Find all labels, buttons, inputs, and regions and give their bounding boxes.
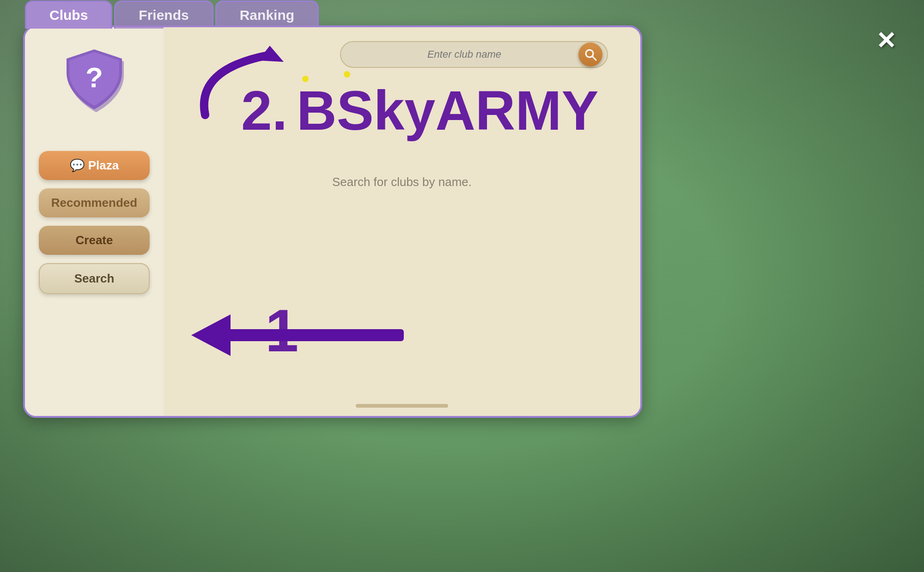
search-submit-button[interactable] bbox=[578, 42, 602, 66]
yellow-dot-2 bbox=[344, 71, 350, 78]
plaza-label: Plaza bbox=[88, 158, 119, 173]
step-number-2: 2. bbox=[241, 83, 287, 138]
avatar-shield: ? bbox=[57, 41, 131, 115]
create-button[interactable]: Create bbox=[39, 226, 150, 255]
search-button[interactable]: Search bbox=[39, 263, 150, 294]
search-label: Search bbox=[74, 271, 115, 286]
svg-text:?: ? bbox=[85, 61, 103, 93]
create-label: Create bbox=[76, 233, 113, 247]
plaza-button[interactable]: 💬 Plaza bbox=[39, 151, 150, 180]
svg-marker-5 bbox=[191, 314, 231, 356]
tab-ranking[interactable]: Ranking bbox=[215, 0, 319, 29]
dialog-inner: ? 💬 Plaza Recommended Create Search bbox=[25, 27, 640, 416]
svg-rect-4 bbox=[228, 329, 404, 341]
club-name-text: BSkyARMY bbox=[297, 83, 599, 138]
close-button[interactable]: ✕ bbox=[876, 29, 896, 53]
sidebar: ? 💬 Plaza Recommended Create Search bbox=[25, 27, 164, 416]
scrollbar-indicator[interactable] bbox=[356, 404, 448, 408]
recommended-label: Recommended bbox=[51, 196, 137, 210]
main-dialog: Clubs Friends Ranking ? bbox=[23, 25, 642, 418]
chat-icon: 💬 bbox=[70, 158, 85, 173]
club-name-input[interactable] bbox=[350, 48, 578, 60]
search-hint: Search for clubs by name. bbox=[332, 175, 472, 189]
tab-friends[interactable]: Friends bbox=[114, 0, 213, 29]
recommended-button[interactable]: Recommended bbox=[39, 188, 150, 217]
tab-clubs[interactable]: Clubs bbox=[25, 0, 112, 29]
search-icon bbox=[584, 48, 597, 61]
step2-row: 2. BSkyARMY bbox=[241, 83, 599, 138]
svg-line-2 bbox=[592, 56, 596, 60]
search-bar bbox=[340, 41, 608, 68]
tabs-row: Clubs Friends Ranking bbox=[25, 0, 321, 29]
left-arrow-1 bbox=[191, 310, 413, 361]
content-area: 2. BSkyARMY Search for clubs by name. 1 bbox=[164, 27, 640, 416]
